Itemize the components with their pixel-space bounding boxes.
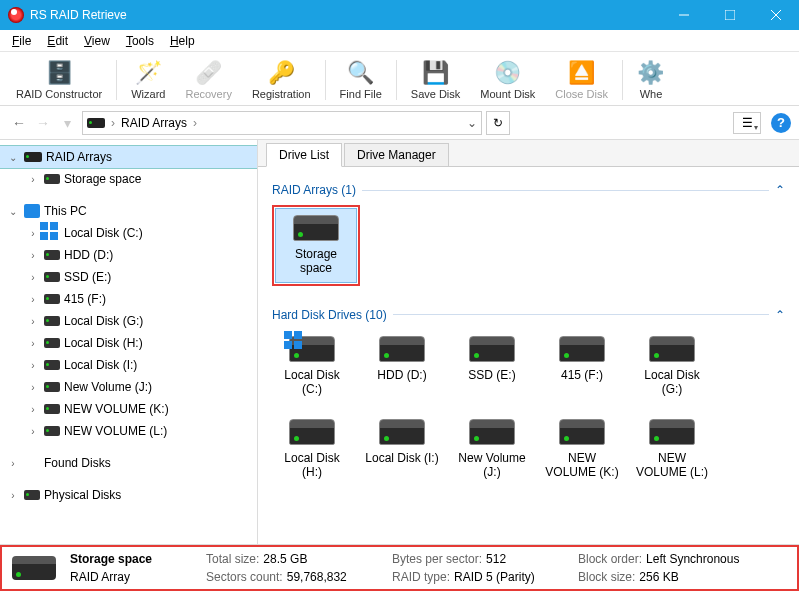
raid-constructor-button[interactable]: 🗄️RAID Constructor — [6, 57, 112, 102]
tree-label: HDD (D:) — [64, 248, 113, 262]
drive-icon — [289, 336, 335, 362]
thumb-drive[interactable]: New Volume (J:) — [452, 413, 532, 486]
breadcrumb-root[interactable]: RAID Arrays — [121, 116, 187, 130]
chevron-right-icon[interactable]: › — [26, 294, 40, 305]
registration-button[interactable]: 🔑Registration — [242, 57, 321, 102]
drive-icon — [649, 419, 695, 445]
menu-tools[interactable]: Tools — [118, 32, 162, 50]
tree-label: Local Disk (H:) — [64, 336, 143, 350]
thumb-label: SSD (E:) — [468, 368, 515, 396]
history-dropdown[interactable]: ▾ — [56, 112, 78, 134]
view-mode-button[interactable]: ☰ — [733, 112, 761, 134]
menu-edit[interactable]: Edit — [39, 32, 76, 50]
tree-item[interactable]: ›NEW VOLUME (L:) — [0, 420, 257, 442]
tab-drive-list[interactable]: Drive List — [266, 143, 342, 167]
help-button[interactable]: ? — [771, 113, 791, 133]
chevron-right-icon[interactable]: › — [26, 426, 40, 437]
tree-item[interactable]: ›SSD (E:) — [0, 266, 257, 288]
collapse-icon[interactable]: ⌃ — [775, 183, 785, 197]
tree-item[interactable]: ›HDD (D:) — [0, 244, 257, 266]
find-file-button[interactable]: 🔍Find File — [330, 57, 392, 102]
drive-icon — [379, 336, 425, 362]
chevron-right-icon[interactable]: › — [26, 382, 40, 393]
pc-icon — [24, 204, 40, 218]
thumb-drive[interactable]: Local Disk (C:) — [272, 330, 352, 403]
tree-item[interactable]: ›NEW VOLUME (K:) — [0, 398, 257, 420]
chevron-right-icon[interactable]: › — [26, 250, 40, 261]
drive-icon — [44, 426, 60, 436]
drive-icon — [24, 490, 40, 500]
tree-label: NEW VOLUME (K:) — [64, 402, 169, 416]
chevron-right-icon[interactable]: › — [26, 174, 40, 185]
thumb-label: Local Disk (C:) — [274, 368, 350, 397]
tree-label: SSD (E:) — [64, 270, 111, 284]
chevron-right-icon[interactable]: › — [6, 490, 20, 501]
address-dropdown[interactable]: ⌄ — [467, 116, 477, 130]
tree-item[interactable]: ›New Volume (J:) — [0, 376, 257, 398]
thumb-drive[interactable]: NEW VOLUME (K:) — [542, 413, 622, 486]
drive-icon — [44, 316, 60, 326]
save-disk-button[interactable]: 💾Save Disk — [401, 57, 471, 102]
thumb-drive[interactable]: SSD (E:) — [452, 330, 532, 403]
collapse-icon[interactable]: ⌃ — [775, 308, 785, 322]
thumb-label: Local Disk (G:) — [634, 368, 710, 397]
chevron-right-icon[interactable]: › — [26, 272, 40, 283]
menu-file-label: ile — [19, 34, 31, 48]
tree-item[interactable]: ›Local Disk (H:) — [0, 332, 257, 354]
chevron-right-icon[interactable]: › — [26, 360, 40, 371]
chevron-right-icon[interactable]: › — [26, 404, 40, 415]
thumb-drive[interactable]: Local Disk (H:) — [272, 413, 352, 486]
thumb-drive[interactable]: Local Disk (I:) — [362, 413, 442, 486]
close-button[interactable] — [753, 0, 799, 30]
toolbar-overflow[interactable]: ⚙️Whe — [627, 57, 675, 102]
thumb-drive[interactable]: 415 (F:) — [542, 330, 622, 403]
app-icon — [8, 7, 24, 23]
tree-item[interactable]: ›Local Disk (I:) — [0, 354, 257, 376]
chevron-right-icon[interactable]: › — [6, 458, 20, 469]
mount-disk-button[interactable]: 💿Mount Disk — [470, 57, 545, 102]
drive-icon — [44, 174, 60, 184]
tree-label: 415 (F:) — [64, 292, 106, 306]
drive-icon — [44, 360, 60, 370]
back-button[interactable]: ← — [8, 112, 30, 134]
drive-icon — [559, 419, 605, 445]
thumb-label: Local Disk (H:) — [274, 451, 350, 480]
minimize-button[interactable] — [661, 0, 707, 30]
drive-icon — [44, 338, 60, 348]
tree-this-pc[interactable]: ⌄ This PC — [0, 200, 257, 222]
tree-raid-arrays[interactable]: ⌄ RAID Arrays — [0, 146, 257, 168]
tree-physical-disks[interactable]: › Physical Disks — [0, 484, 257, 506]
tab-drive-manager[interactable]: Drive Manager — [344, 143, 449, 166]
breadcrumb-sep: › — [111, 116, 115, 130]
chevron-right-icon[interactable]: › — [26, 338, 40, 349]
address-bar[interactable]: › RAID Arrays › ⌄ — [82, 111, 482, 135]
drive-icon — [469, 336, 515, 362]
tree-storage-space[interactable]: › Storage space — [0, 168, 257, 190]
drive-icon — [289, 419, 335, 445]
wizard-button[interactable]: 🪄Wizard — [121, 57, 175, 102]
menu-view[interactable]: View — [76, 32, 118, 50]
chevron-down-icon[interactable]: ⌄ — [6, 152, 20, 163]
nav-arrows: ← → ▾ — [8, 112, 78, 134]
thumb-drive[interactable]: Local Disk (G:) — [632, 330, 712, 403]
refresh-button[interactable]: ↻ — [486, 111, 510, 135]
close-disk-button: ⏏️Close Disk — [545, 57, 618, 102]
tree-item[interactable]: ›Local Disk (G:) — [0, 310, 257, 332]
menu-file[interactable]: File — [4, 32, 39, 50]
chevron-right-icon[interactable]: › — [26, 316, 40, 327]
menubar: File Edit View Tools Help — [0, 30, 799, 52]
titlebar: RS RAID Retrieve — [0, 0, 799, 30]
group-raid-arrays: RAID Arrays (1) ⌃ — [272, 183, 785, 197]
tree-item[interactable]: ›Local Disk (C:) — [0, 222, 257, 244]
menu-help[interactable]: Help — [162, 32, 203, 50]
thumb-drive[interactable]: NEW VOLUME (L:) — [632, 413, 712, 486]
tree-found-disks[interactable]: › Found Disks — [0, 452, 257, 474]
tree-item[interactable]: ›415 (F:) — [0, 288, 257, 310]
thumb-storage-space[interactable]: Storage space — [276, 209, 356, 282]
chevron-right-icon[interactable]: › — [26, 228, 40, 239]
chevron-down-icon[interactable]: ⌄ — [6, 206, 20, 217]
thumb-label: Local Disk (I:) — [365, 451, 438, 479]
maximize-button[interactable] — [707, 0, 753, 30]
tree-label: Local Disk (I:) — [64, 358, 137, 372]
thumb-drive[interactable]: HDD (D:) — [362, 330, 442, 403]
